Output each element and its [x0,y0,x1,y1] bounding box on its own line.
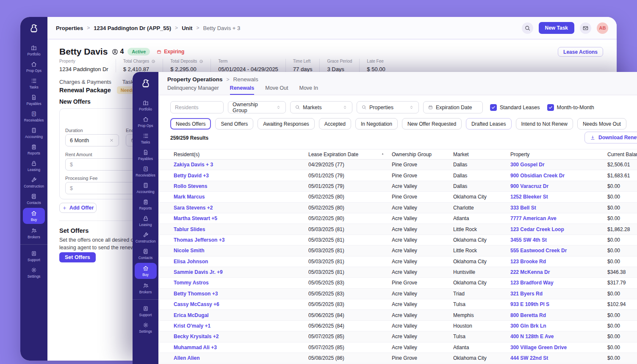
property-link[interactable]: 900 Varacruz Dr [510,183,607,189]
resident-link[interactable]: Allen Alien [174,355,308,361]
resident-link[interactable]: Krist O'maly +1 [174,323,308,329]
resident-link[interactable]: Erica McDugal [174,312,308,318]
sidebar-item-settings[interactable]: Settings [20,264,47,281]
filter-chip-new-offer-requested[interactable]: New Offer Requested [402,118,462,130]
property-link[interactable]: 555 Eastwood Creek Dr [510,248,607,254]
resident-link[interactable]: Elisa Johnson [174,259,308,265]
sidebar-item-payables[interactable]: Payables [20,91,47,108]
close-x-icon[interactable] [109,138,114,143]
sidebar-item-portfolio[interactable]: Portfolio [20,42,47,58]
tab-move-in[interactable]: Move In [299,85,318,95]
filter-chip-intend-to-not-renew[interactable]: Intend to Not Renew [516,118,573,130]
filter-chip-awaiting-responses[interactable]: Awaiting Responses [258,118,315,130]
resident-link[interactable]: Sara Stevens +2 [174,205,308,211]
residents-input[interactable] [175,105,219,110]
table-row[interactable]: Mark Marcus05/02/2025 (80)Pine GroveOkla… [158,192,637,202]
breadcrumb-item[interactable]: Properties [56,25,83,31]
filter-chip-needs-offers[interactable]: Needs Offers [170,118,211,130]
column-header-current-balance[interactable]: Current Balance [607,152,637,157]
sidebar-item-buy[interactable]: $Buy [135,263,157,279]
table-row[interactable]: Sammie Davis Jr. +905/03/2025 (81)Acre V… [158,267,637,278]
resident-link[interactable]: Sammie Davis Jr. +9 [174,269,308,275]
tab-renewals[interactable]: Renewals [230,85,255,95]
sidebar-item-contacts[interactable]: Contacts [20,190,47,207]
table-row[interactable]: Zakiya Davis + 304/29/2025 (77)Pine Grov… [158,160,637,170]
sidebar-item-leasing[interactable]: Leasing [133,212,158,229]
lease-tab-charges-payments[interactable]: Charges & Payments [59,79,111,85]
sidebar-item-receivables[interactable]: $Receivables [20,108,47,124]
table-row[interactable]: Nicole Smith05/03/2025 (81)Acre ValleyLi… [158,245,637,256]
filter-chip-drafted-leases[interactable]: Drafted Leases [466,118,511,130]
table-row[interactable]: Tablur Slides05/03/2025 (81)Acre ValleyL… [158,224,637,234]
resident-link[interactable]: Nicole Smith [174,248,308,254]
new-task-button[interactable]: New Task [539,22,574,34]
resident-link[interactable]: Tommy Astros [174,280,308,286]
column-header-property[interactable]: Property [510,152,607,157]
resident-link[interactable]: Thomas Jefferson +3 [174,237,308,243]
property-link[interactable]: 300 Village Green Drive [510,345,607,350]
property-link[interactable]: 123 Cedar Creek Loop [510,226,607,232]
sidebar-item-brokers[interactable]: Brokers [20,225,47,241]
breadcrumb-item[interactable]: Unit [182,25,192,31]
table-row[interactable]: Elisa Johnson05/03/2025 (81)Acre ValleyO… [158,256,637,267]
resident-link[interactable]: Betty Thomson +3 [174,291,308,297]
resident-link[interactable]: Martha Stewart +5 [174,215,308,221]
expiration-date-field[interactable]: Expiration Date [423,101,483,113]
column-header-ownership-group[interactable]: Ownership Group [392,152,453,157]
ownership-group-select[interactable]: Ownership Group [228,101,286,113]
resident-link[interactable]: Becky Krysitals +2 [174,334,308,339]
sidebar-item-portfolio[interactable]: Portfolio [133,97,158,113]
property-link[interactable]: 900 Obsidian Creek Dr [510,173,607,179]
sidebar-item-settings[interactable]: Settings [133,319,158,336]
table-row[interactable]: Betty Thomson +305/05/2025 (83)Acre Vall… [158,289,637,299]
table-row[interactable]: Rollo Stevens05/01/2025 (79)Acre ValleyD… [158,181,637,192]
filter-chip-accepted[interactable]: Accepted [319,118,351,130]
sidebar-item-prop-ops[interactable]: Prop Ops [133,113,158,130]
app-logo[interactable] [20,17,47,39]
breadcrumb-item[interactable]: Betty Davis + 3 [203,25,240,31]
sidebar-item-construction[interactable]: Construction [20,174,47,190]
property-link[interactable]: 444 SW 22nd St [510,355,607,361]
sidebar-item-brokers[interactable]: Brokers [133,280,158,296]
breadcrumb-item[interactable]: Renewals [233,76,258,83]
sidebar-item-leasing[interactable]: Leasing [20,157,47,174]
column-header-market[interactable]: Market [453,152,510,157]
property-link[interactable]: 1252 Bleeker St [510,194,607,200]
table-row[interactable]: Allen Alien05/08/2025 (86)Pine GroveOkla… [158,353,637,364]
filter-chip-send-offers[interactable]: Send Offers [215,118,253,130]
sidebar-item-accounting[interactable]: Accounting [20,124,47,141]
set-offers-button[interactable]: Set Offers [59,252,96,262]
properties-select[interactable]: Properties [357,101,419,113]
sidebar-item-support[interactable]: Support [133,303,158,319]
app-logo[interactable] [133,72,158,94]
breadcrumb-item[interactable]: Property Operations [167,76,223,83]
table-row[interactable]: Krist O'maly +105/06/2025 (84)Acre Valle… [158,321,637,331]
resident-link[interactable]: Cassy McCassy +6 [174,301,308,307]
property-link[interactable]: 3455 SW 4th St [510,237,607,243]
sidebar-item-support[interactable]: Support [20,248,47,264]
sidebar-item-tasks[interactable]: Tasks [133,130,158,146]
sidebar-item-prop-ops[interactable]: Prop Ops [20,58,47,75]
table-row[interactable]: Martha Stewart +505/02/2025 (80)Acre Val… [158,213,637,224]
breadcrumb-item[interactable]: 1234 Paddington Dr (APP_55) [94,25,171,31]
sidebar-item-accounting[interactable]: Accounting [133,179,158,196]
search-button[interactable] [522,22,533,34]
sidebar-item-construction[interactable]: Construction [133,229,158,245]
download-renewals-button[interactable]: Download Renewals [584,132,637,143]
property-link[interactable]: 7777 American Ave [510,215,607,221]
resident-link[interactable]: Tablur Slides [174,226,308,232]
add-offer-button[interactable]: Add Offer [59,203,97,213]
filter-chip-needs-move-out[interactable]: Needs Move Out [577,118,626,130]
table-row[interactable]: Becky Krysitals +205/07/2025 (85)Acre Va… [158,331,637,342]
property-link[interactable]: 321 Byers Rd [510,291,607,297]
sidebar-item-payables[interactable]: Payables [133,146,158,163]
column-header-resident-s-[interactable]: Resident(s) [174,152,308,157]
resident-link[interactable]: Zakiya Davis + 3 [174,162,308,168]
property-link[interactable]: 800 Beretta Rd [510,312,607,318]
resident-link[interactable]: Muhammad Ali +3 [174,345,308,350]
resident-link[interactable]: Mark Marcus [174,194,308,200]
sidebar-item-contacts[interactable]: Contacts [133,245,158,262]
tab-delinquency-manager[interactable]: Delinquency Manager [167,85,219,95]
table-row[interactable]: Tommy Astros05/05/2025 (83)Pine GroveOkl… [158,278,637,288]
residents-filter[interactable] [170,101,224,113]
